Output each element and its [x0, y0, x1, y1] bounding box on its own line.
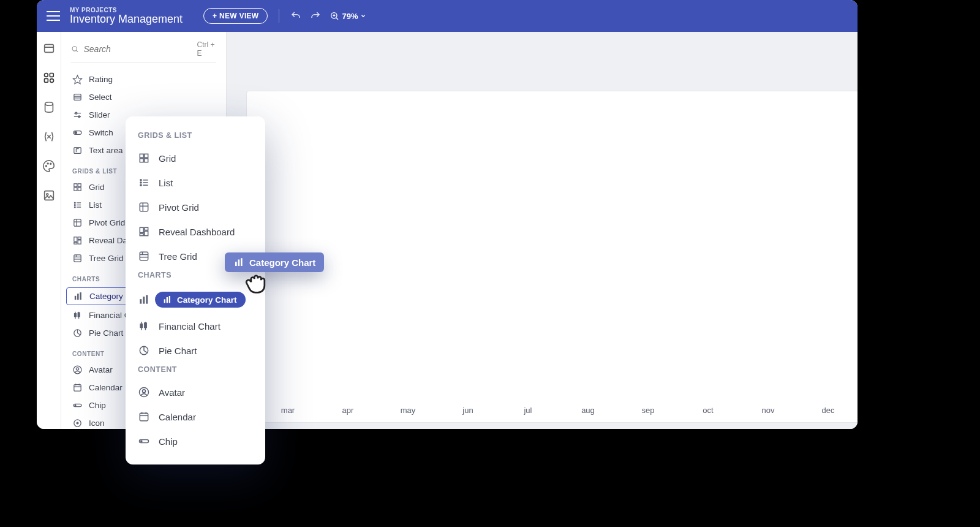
svg-rect-94: [169, 296, 170, 303]
popover-item-list[interactable]: List: [133, 170, 258, 195]
svg-rect-42: [74, 237, 77, 241]
bar-chart-icon: [233, 257, 244, 268]
popover-label: Avatar: [159, 387, 185, 398]
svg-rect-70: [140, 159, 143, 162]
svg-point-65: [75, 405, 76, 406]
svg-rect-56: [78, 313, 80, 316]
svg-point-12: [47, 163, 48, 164]
zoom-control[interactable]: 79%: [330, 11, 366, 21]
svg-rect-90: [143, 297, 145, 304]
category-chart[interactable]: maraprmayjunjulaugsepoctnovdec: [246, 91, 858, 423]
undo-icon[interactable]: [290, 10, 301, 21]
popover-item-pivot[interactable]: Pivot Grid: [133, 195, 258, 219]
rail-components-icon[interactable]: [42, 71, 56, 85]
svg-point-72: [140, 180, 141, 181]
svg-rect-29: [74, 184, 77, 187]
popover-label: Pie Chart: [159, 346, 197, 356]
svg-rect-7: [50, 73, 53, 77]
popover-item-avatar[interactable]: Avatar: [133, 380, 258, 404]
chart-area: maraprmayjunjulaugsepoctnovdec: [260, 102, 856, 415]
component-item-star[interactable]: Rating: [61, 70, 226, 88]
svg-rect-4: [44, 45, 53, 53]
svg-line-3: [336, 18, 338, 20]
redo-icon[interactable]: [310, 10, 321, 21]
hamburger-icon[interactable]: [45, 8, 61, 24]
popover-item-bar-chart[interactable]: Category Chart: [133, 286, 258, 314]
svg-rect-31: [74, 188, 77, 191]
svg-rect-69: [145, 154, 148, 157]
svg-rect-102: [140, 413, 148, 421]
svg-rect-30: [78, 184, 81, 187]
component-label: Grid: [89, 183, 105, 192]
chevron-down-icon: [360, 13, 366, 19]
bar-label: may: [401, 406, 416, 415]
rail-database-icon[interactable]: [42, 100, 56, 114]
svg-point-33: [74, 202, 75, 203]
canvas[interactable]: maraprmayjunjulaugsepoctnovdec: [227, 32, 858, 429]
svg-point-6: [44, 73, 48, 77]
search-icon: [71, 44, 79, 54]
bar-col: mar: [263, 400, 313, 415]
svg-point-107: [141, 441, 142, 442]
component-label: Switch: [89, 128, 113, 137]
svg-rect-39: [74, 219, 81, 226]
svg-rect-52: [80, 292, 81, 300]
popover-item-calendar[interactable]: Calendar: [133, 404, 258, 429]
svg-rect-109: [238, 260, 240, 267]
svg-rect-44: [78, 240, 81, 244]
svg-rect-32: [78, 188, 81, 191]
rail-image-icon[interactable]: [42, 189, 56, 202]
component-label: Pie Chart: [89, 328, 123, 338]
svg-point-59: [76, 368, 78, 370]
popover-item-finchart[interactable]: Financial Chart: [133, 314, 258, 338]
svg-point-11: [45, 165, 47, 167]
svg-point-37: [74, 207, 75, 208]
svg-rect-81: [140, 227, 143, 232]
popover-label: Pivot Grid: [159, 202, 199, 213]
svg-rect-19: [74, 94, 81, 100]
component-label: Text area: [89, 146, 123, 155]
breadcrumb[interactable]: MY PROJECTS: [70, 7, 183, 13]
svg-rect-91: [146, 295, 148, 304]
bar-col: oct: [683, 400, 733, 415]
svg-rect-83: [145, 231, 148, 236]
svg-rect-8: [44, 78, 48, 82]
bar-label: aug: [581, 406, 595, 415]
grab-cursor-icon: [243, 268, 270, 295]
popover-item-pie[interactable]: Pie Chart: [133, 338, 258, 363]
component-label: List: [89, 200, 102, 210]
drag-token[interactable]: Category Chart: [225, 252, 324, 272]
svg-point-10: [45, 102, 53, 106]
new-view-button[interactable]: + NEW VIEW: [203, 8, 268, 24]
svg-point-74: [140, 182, 141, 183]
rail-theme-icon[interactable]: [42, 159, 56, 173]
svg-rect-68: [140, 154, 143, 157]
svg-rect-46: [74, 255, 81, 262]
rail-data-icon[interactable]: [42, 42, 56, 55]
component-label: Calendar: [89, 383, 123, 392]
svg-point-27: [75, 132, 77, 134]
svg-point-35: [74, 205, 75, 206]
svg-rect-78: [140, 203, 148, 211]
svg-rect-108: [235, 262, 237, 266]
rail-variables-icon[interactable]: [42, 130, 56, 143]
popover-chip[interactable]: Category Chart: [155, 292, 246, 308]
component-label: Tree Grid: [89, 254, 124, 263]
popover-label: Reveal Dashboard: [159, 227, 235, 237]
svg-rect-60: [74, 385, 81, 392]
popover-item-chip[interactable]: Chip: [133, 429, 258, 453]
bar-label: apr: [342, 406, 354, 415]
svg-rect-96: [140, 324, 142, 328]
left-rail: [37, 32, 61, 429]
search-input[interactable]: [84, 44, 192, 54]
component-item-select[interactable]: Select: [61, 88, 226, 106]
search-shortcut: Ctrl + E: [197, 40, 217, 58]
svg-point-13: [50, 163, 51, 164]
component-label: Select: [89, 93, 112, 102]
popover-item-grid[interactable]: Grid: [133, 146, 258, 170]
popover-item-dashboard[interactable]: Reveal Dashboard: [133, 219, 258, 244]
page-title: Inventory Management: [70, 13, 183, 26]
drag-label: Category Chart: [249, 257, 315, 268]
svg-rect-85: [140, 252, 148, 260]
popover-section-header: GRIDS & LIST: [133, 129, 258, 146]
